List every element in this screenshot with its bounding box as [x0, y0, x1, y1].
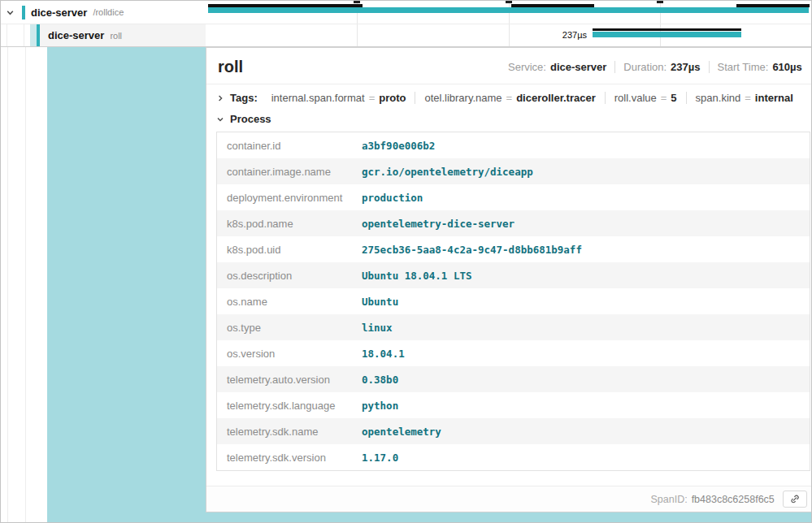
span-detail-card: roll Service: dice-server Duration: 237µ…	[206, 47, 812, 512]
chevron-down-icon[interactable]	[6, 8, 15, 17]
kv-key: os.description	[217, 264, 362, 287]
kv-value: 275ecb36-5aa8-4c2a-9c47-d8bb681b9aff	[362, 238, 582, 262]
tree-indent-guide	[25, 47, 26, 522]
detail-header: roll Service: dice-server Duration: 237µ…	[206, 48, 812, 84]
span-row-rolldice: dice-server /rolldice	[1, 1, 811, 24]
tag-equals: =	[745, 92, 751, 104]
table-row: k8s.pod.uid 275ecb36-5aa8-4c2a-9c47-d8bb…	[217, 236, 810, 262]
tree-indent-guide	[7, 24, 24, 46]
timeline-gridline	[357, 24, 358, 46]
kv-key: deployment.environment	[217, 186, 362, 210]
kv-key: telemetry.sdk.name	[217, 420, 362, 443]
ruler-tick	[354, 1, 360, 3]
tags-accordion[interactable]: Tags: internal.span.format = proto otel.…	[206, 84, 812, 111]
ruler-tick	[657, 1, 663, 3]
meta-value: 610µs	[772, 61, 801, 73]
chevron-right-icon[interactable]	[216, 94, 224, 102]
operation-name: /rolldice	[93, 7, 124, 17]
kv-value: python	[362, 394, 398, 417]
meta-value: dice-server	[550, 61, 606, 73]
tag-equals: =	[369, 92, 376, 104]
kv-value: Ubuntu 18.04.1 LTS	[362, 264, 471, 287]
kv-key: k8s.pod.name	[217, 212, 362, 236]
tag-equals: =	[661, 92, 667, 104]
meta-service: Service: dice-server	[508, 61, 606, 73]
table-row: deployment.environment production	[217, 184, 810, 210]
kv-key: telemetry.sdk.version	[217, 446, 362, 469]
tag-item: otel.library.name = diceroller.tracer	[415, 92, 604, 104]
table-row: os.version 18.04.1	[217, 340, 810, 366]
detail-background: roll Service: dice-server Duration: 237µ…	[206, 47, 812, 522]
table-row: k8s.pod.name opentelemetry-dice-server	[217, 210, 810, 236]
kv-value: gcr.io/opentelemetry/diceapp	[362, 160, 533, 184]
tree-indent-guide	[1, 24, 7, 46]
kv-key: container.image.name	[217, 160, 362, 184]
timeline-row-rolldice	[206, 1, 811, 24]
kv-key: telemetry.sdk.language	[217, 394, 362, 417]
link-icon	[789, 494, 801, 504]
tag-key: roll.value	[614, 92, 657, 104]
span-self-time-segment	[593, 28, 741, 31]
tag-equals: =	[506, 92, 513, 104]
detail-left-rail	[1, 47, 206, 522]
tags-label: Tags:	[230, 92, 258, 104]
meta-start-time: Start Time: 610µs	[718, 61, 802, 73]
table-row: telemetry.auto.version 0.38b0	[217, 366, 810, 392]
table-row: os.type linux	[217, 314, 810, 340]
table-row: telemetry.sdk.version 1.17.0	[217, 444, 810, 470]
meta-separator	[614, 61, 615, 73]
tag-key: otel.library.name	[424, 92, 502, 104]
kv-key: container.id	[217, 134, 362, 158]
span-name-rolldice[interactable]: dice-server /rolldice	[1, 1, 206, 24]
table-row: telemetry.sdk.language python	[217, 392, 810, 418]
kv-value: opentelemetry-dice-server	[362, 212, 515, 236]
detail-footer: SpanID: fb483c8c6258f6c5	[206, 486, 812, 512]
tag-item: internal.span.format = proto	[263, 92, 415, 104]
meta-label: Start Time:	[718, 61, 769, 73]
meta-value: 237µs	[671, 61, 700, 73]
tree-indent-guide	[7, 47, 8, 522]
tag-item: roll.value = 5	[605, 92, 686, 104]
tag-item: span.kind = internal	[686, 92, 802, 104]
kv-value: Ubuntu	[362, 290, 398, 313]
process-label: Process	[230, 113, 271, 125]
span-bar-roll[interactable]	[593, 28, 741, 37]
kv-key: os.type	[217, 316, 362, 339]
kv-value: 18.04.1	[362, 342, 405, 365]
timeline-gridline	[509, 24, 510, 46]
spanid-label: SpanID:	[650, 494, 687, 505]
span-row-roll-content[interactable]: dice-server roll	[40, 24, 206, 46]
detail-row-indent	[47, 47, 206, 522]
kv-value: opentelemetry	[362, 420, 441, 443]
kv-value: a3bf90e006b2	[362, 134, 435, 158]
kv-key: os.version	[217, 342, 362, 365]
spanid-value: fb483c8c6258f6c5	[692, 494, 775, 505]
service-name: dice-server	[31, 6, 87, 19]
deep-link-button[interactable]	[783, 491, 807, 508]
table-row: os.name Ubuntu	[217, 288, 810, 314]
ruler-tick	[506, 1, 512, 3]
span-name-roll[interactable]: dice-server roll	[1, 24, 206, 47]
meta-duration: Duration: 237µs	[623, 61, 700, 73]
kv-key: telemetry.auto.version	[217, 368, 362, 391]
process-accordion[interactable]: Process	[206, 111, 812, 132]
span-duration-label: 237µs	[541, 30, 587, 40]
service-name: dice-server	[48, 29, 104, 41]
table-row: telemetry.sdk.name opentelemetry	[217, 418, 810, 444]
tag-value: internal	[755, 92, 793, 104]
span-color-bar	[22, 6, 25, 19]
kv-value: 0.38b0	[362, 368, 398, 391]
kv-key: k8s.pod.uid	[217, 238, 362, 262]
kv-key: os.name	[217, 290, 362, 313]
kv-value: linux	[362, 316, 393, 339]
timeline-row-roll: 237µs	[206, 24, 811, 47]
span-bar-rolldice[interactable]	[208, 7, 809, 13]
tree-indent-guide	[24, 24, 30, 46]
tree-indent-guide-teal	[30, 24, 37, 46]
trace-timeline-view: dice-server /rolldice dice-server ro	[0, 0, 812, 523]
tag-value: 5	[671, 92, 676, 104]
span-detail-row: roll Service: dice-server Duration: 237µ…	[1, 47, 811, 522]
meta-separator	[709, 61, 710, 73]
chevron-down-icon[interactable]	[216, 115, 224, 123]
kv-value: 1.17.0	[362, 446, 398, 469]
